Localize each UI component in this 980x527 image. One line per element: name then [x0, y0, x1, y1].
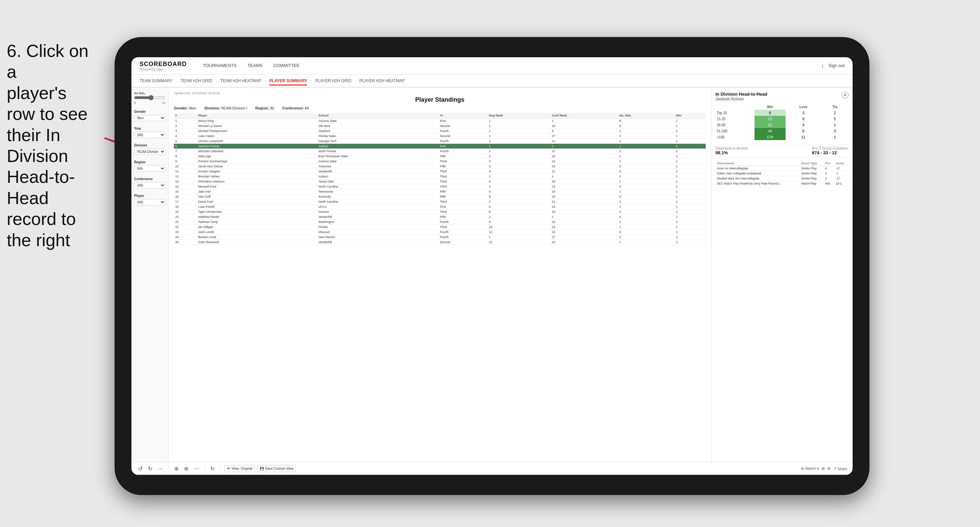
t-name: Fallen Oak Collegiate Invitational	[716, 171, 800, 176]
h2h-col-tie: Tie	[821, 104, 849, 110]
cell-player: Brendan Valdes	[197, 174, 317, 179]
copy-button[interactable]: ⊕	[173, 465, 180, 473]
cell-num: 1	[174, 119, 197, 124]
table-row[interactable]: 1 Wenyi Ding Arizona State First 1 1 8 1	[174, 119, 706, 124]
cell-rds: 8	[618, 119, 675, 124]
cell-conf: 1	[550, 214, 618, 219]
table-row[interactable]: 11 Gordon Sargent Vanderbilt Third 4 21 …	[174, 169, 706, 174]
table-row[interactable]: 13 Phichaksn Maichon Texas A&M Third 6 3…	[174, 179, 706, 184]
cell-player: Preston Summerhays	[197, 159, 317, 164]
sidebar-player: Player (All)	[134, 194, 165, 205]
table-row[interactable]: 8 Mats Ege East Tennessee State Fifth 1 …	[174, 154, 706, 159]
table-row[interactable]: 21 Taehoon Song Washington Fourth 6 23 1…	[174, 219, 706, 225]
table-row[interactable]: 20 Matthew Riedel Vanderbilt Fifth 2 1 0…	[174, 214, 706, 219]
more-button[interactable]: ⋯	[192, 465, 200, 473]
region-select[interactable]: N/A	[134, 165, 165, 172]
table-row[interactable]: 5 Christo Lamprecht Georgia Tech Fourth …	[174, 139, 706, 144]
cell-yr: Fifth	[438, 194, 487, 199]
redo-button[interactable]: ↻	[146, 465, 154, 473]
table-row[interactable]: 25 Cole Sherwood Vanderbilt Second 12 23…	[174, 240, 706, 245]
sub-nav-player-h2h-heatmap[interactable]: PLAYER H2H HEATMAP	[360, 77, 405, 86]
h2h-win-cell: 578	[754, 134, 786, 140]
nav-committee[interactable]: COMMITTEE	[273, 62, 300, 70]
watch-button[interactable]: 👁 Watch ▾	[801, 467, 819, 471]
h2h-tie-cell: 3	[821, 128, 849, 134]
no-rds-slider[interactable]	[134, 95, 165, 100]
cell-num: 3	[174, 129, 197, 134]
update-time: Update time: 27/03/2024 16:56:26	[174, 92, 706, 95]
nav-teams[interactable]: TEAMS	[247, 62, 262, 70]
cell-reg: 1	[488, 174, 550, 179]
cell-player: Bastien Amat	[197, 235, 317, 240]
table-row[interactable]: 10 Jacob Mou Diesse Arkansas Fifth 5 25 …	[174, 164, 706, 169]
sub-nav-team-h2h-heatmap[interactable]: TEAM H2H HEATMAP	[220, 77, 261, 86]
cell-rds: 0	[618, 164, 675, 169]
cell-conf: 1	[550, 119, 618, 124]
table-row[interactable]: 14 Maxwell Ford North Carolina Third 3 2…	[174, 184, 706, 189]
cell-reg: 5	[488, 164, 550, 169]
cell-reg: 6	[488, 219, 550, 225]
table-row[interactable]: 24 Bastien Amat New Mexico Fourth 1 27 2…	[174, 235, 706, 240]
table-row[interactable]: 16 Alex Goff Kentucky Fifth 8 19 0 1	[174, 194, 706, 199]
h2h-rank-label: 26-50	[716, 122, 754, 128]
gender-select[interactable]: Men	[134, 115, 165, 121]
cell-num: 16	[174, 194, 197, 199]
forward-button[interactable]: →	[156, 465, 164, 473]
col-player: Player	[197, 113, 317, 119]
nav-tournaments[interactable]: TOURNAMENTS	[203, 62, 237, 70]
table-row[interactable]: 2 Michael La Sasso Ole Miss Second 1 19 …	[174, 124, 706, 129]
cell-rds: 2	[618, 149, 675, 154]
save-custom-button[interactable]: 💾 Save Custom View	[258, 465, 296, 472]
standings-table: # Player School Yr Reg Rank Conf Rank No…	[174, 113, 706, 458]
cell-num: 17	[174, 199, 197, 205]
refresh-button[interactable]: ↻	[209, 465, 216, 473]
col-no-rds: No. Rds.	[618, 113, 675, 119]
cell-conf: 21	[550, 199, 618, 205]
standings-title: Player Standings	[174, 96, 706, 103]
sub-nav-team-h2h-grid[interactable]: TEAM H2H GRID	[181, 77, 212, 86]
share-button[interactable]: ↗ Share	[834, 467, 847, 471]
division-select[interactable]: NCAA Division I	[134, 149, 165, 155]
paste-button[interactable]: ⊗	[183, 465, 190, 473]
table-row[interactable]: 3 Michael Thorbjornsen Stanford Fourth 1…	[174, 129, 706, 134]
cell-num: 15	[174, 189, 197, 194]
table-row[interactable]: 12 Brendan Valdes Auburn Third 1 1 0 1	[174, 174, 706, 179]
table-row[interactable]: 23 Jack Lundin Missouri Fourth 11 24 0 1	[174, 230, 706, 235]
table-row[interactable]: 17 David Ford North Carolina Third 2 21 …	[174, 199, 706, 205]
table-row[interactable]: 19 Tiger Christensen Arizona Third 8 23 …	[174, 210, 706, 214]
h2h-win-cell: 20	[754, 116, 786, 122]
cell-num: 19	[174, 210, 197, 214]
table-row[interactable]: 7 Nicholas Gabrelick North Florida Fourt…	[174, 149, 706, 154]
player-select[interactable]: (All)	[134, 199, 165, 205]
h2h-player: Jackson Koivun	[716, 97, 767, 102]
h2h-win-cell: 46	[754, 128, 786, 134]
sidebar-region: Region N/A	[134, 160, 165, 172]
h2h-loss-cell: 6	[786, 128, 821, 134]
close-panel-button[interactable]: ✕	[842, 92, 849, 98]
settings-button[interactable]: ⚙	[827, 467, 831, 471]
t-score: -17	[834, 166, 849, 171]
table-row[interactable]: 18 Luke Powell UCLA First 6 24 1 1	[174, 205, 706, 210]
year-select[interactable]: (All)	[134, 132, 165, 138]
view-original-button[interactable]: 👁 View: Original	[224, 465, 255, 472]
conference-select[interactable]: (All)	[134, 182, 165, 189]
table-row[interactable]: 15 Jake Hall Tennessee Fifth 5 24 1 1	[174, 189, 706, 194]
undo-button[interactable]: ↺	[137, 465, 144, 473]
table-row[interactable]: 6 Jackson Koivun Auburn First 1 1 1 0	[174, 144, 706, 149]
cell-num: 14	[174, 184, 197, 189]
table-row[interactable]: 4 Luke Claton Florida State Second 1 27 …	[174, 134, 706, 139]
nav-right: | Sign out	[822, 62, 845, 70]
cell-win: 1	[675, 199, 706, 205]
cell-player: Taehoon Song	[197, 219, 317, 225]
sub-nav-player-summary[interactable]: PLAYER SUMMARY	[269, 77, 307, 86]
sub-nav-player-h2h-grid[interactable]: PLAYER H2H GRID	[315, 77, 351, 86]
cell-reg: 2	[488, 214, 550, 219]
layout-button[interactable]: ⊞	[822, 467, 825, 471]
cell-num: 6	[174, 144, 197, 149]
sign-out-button[interactable]: Sign out	[828, 62, 845, 70]
sub-nav-team-summary[interactable]: TEAM SUMMARY	[140, 77, 173, 86]
cell-school: UCLA	[317, 205, 438, 210]
cell-num: 13	[174, 179, 197, 184]
table-row[interactable]: 9 Preston Summerhays Arizona State Third…	[174, 159, 706, 164]
table-row[interactable]: 22 Ian Gilligan Florida Third 10 24 1 1	[174, 225, 706, 230]
